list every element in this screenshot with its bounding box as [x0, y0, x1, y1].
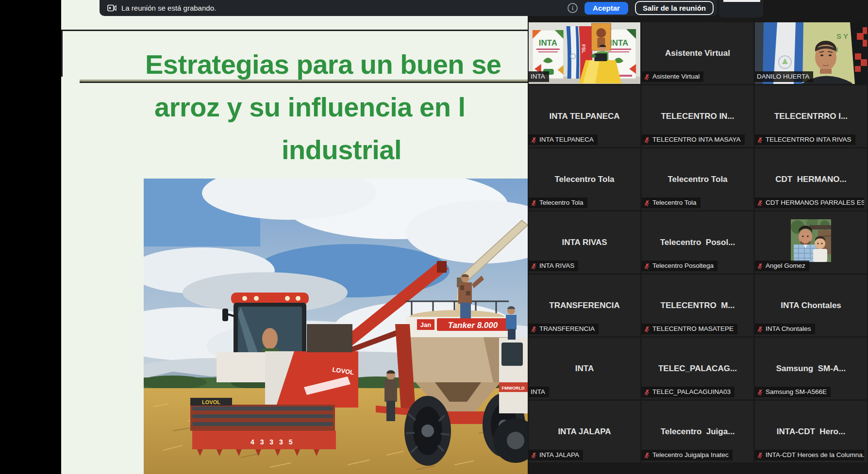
- mic-muted-icon: [757, 452, 763, 458]
- avatar-angel-gomez: [791, 219, 831, 262]
- participant-label-text: INTA TELPANECA: [539, 134, 594, 145]
- participant-label: TELECENTRRO INTA RIVAS: [755, 134, 855, 145]
- participant-tile[interactable]: Samsung SM-A... Samsung SM-A566E: [755, 338, 867, 399]
- svg-text:S Y: S Y: [836, 32, 848, 40]
- mic-muted-icon: [757, 200, 763, 206]
- participant-tile[interactable]: INTA INTA: [529, 338, 640, 399]
- slide-top-border: [61, 30, 528, 31]
- participant-tile[interactable]: CDT HERMANO... CDT HERMANOS PARRALES EST…: [755, 148, 867, 210]
- participant-label: Telecentro Tola: [529, 197, 587, 208]
- cart-brand-text: Tanker 8.000: [448, 321, 498, 330]
- participant-tile[interactable]: Telecentro Juiga... Telecentro Juigalpa …: [642, 401, 753, 462]
- participant-tile[interactable]: INTA-CDT Hero... INTA-CDT Heroes de la C…: [755, 401, 867, 462]
- participant-label-text: INTA: [531, 71, 545, 82]
- participant-label-text: INTA Chontales: [766, 324, 811, 334]
- participant-tile[interactable]: INTA Chontales INTA Chontales: [755, 275, 867, 336]
- participant-label: INTA TELPANECA: [529, 134, 598, 145]
- slide-title-line2: arroz y su influencia en l: [154, 91, 466, 123]
- participant-tile[interactable]: Telecentro Posol... Telecentro Posoltega: [642, 212, 753, 273]
- participant-label: INTA-CDT Heroes de la Columna...: [755, 450, 864, 460]
- participant-tile[interactable]: INTA RIVAS INTA RIVAS: [529, 212, 640, 273]
- participant-label: Telecentro Juigalpa Inatec: [642, 450, 733, 460]
- mic-muted-icon: [757, 263, 763, 269]
- participant-tile[interactable]: TELEC_PALACAG... TELEC_PALACAGUINA03: [642, 338, 753, 399]
- participant-label: Asistente Virtual: [642, 71, 703, 82]
- mic-muted-icon: [644, 326, 650, 332]
- participant-tile[interactable]: Angel Gomez: [755, 212, 867, 273]
- participant-tile[interactable]: TELECENTRRO I... TELECENTRRO INTA RIVAS: [755, 85, 867, 147]
- participant-label-text: DANILO HUERTA: [757, 71, 809, 82]
- participant-label-text: TELEC_PALACAGUINA03: [652, 387, 731, 397]
- mic-muted-icon: [644, 389, 650, 395]
- participant-label: INTA: [529, 387, 549, 397]
- participant-label: TELEC_PALACAGUINA03: [642, 387, 734, 397]
- recording-indicator-icon: [107, 4, 117, 12]
- participant-label-text: INTA RIVAS: [539, 261, 574, 271]
- mic-muted-icon: [644, 452, 650, 458]
- participant-label: Telecentro Tola: [642, 197, 701, 208]
- participant-label: TELECENTRO INTA MASAYA: [642, 134, 745, 145]
- participant-label-text: TRANSFERENCIA: [539, 324, 595, 334]
- header-brand-text: LOVOL: [202, 399, 220, 405]
- participant-label-text: Samsung SM-A566E: [766, 387, 827, 397]
- participant-label-text: TELECENTRRO INTA RIVAS: [766, 134, 851, 145]
- mic-muted-icon: [757, 389, 763, 395]
- slide-left-border: [61, 30, 63, 77]
- mic-muted-icon: [531, 326, 537, 332]
- participant-label-text: INTA: [531, 387, 545, 397]
- participant-label: TELECENTRO MASATEPE: [642, 324, 737, 334]
- participant-label: TRANSFERENCIA: [529, 324, 599, 334]
- participant-tile[interactable]: TELECENTRO M... TELECENTRO MASATEPE: [642, 275, 753, 336]
- participant-tile[interactable]: TELECENTRO IN... TELECENTRO INTA MASAYA: [642, 85, 753, 147]
- accept-button[interactable]: Aceptar: [584, 2, 628, 15]
- participant-label-text: Angel Gomez: [766, 261, 805, 271]
- participant-label-text: Telecentro Juigalpa Inatec: [652, 450, 729, 460]
- participant-label: INTA: [529, 71, 549, 82]
- participant-label-text: Asistente Virtual: [652, 71, 700, 82]
- participant-tile[interactable]: S Y DU: [755, 22, 867, 84]
- mic-muted-icon: [531, 200, 537, 206]
- svg-text:INTA: INTA: [610, 38, 628, 48]
- mic-muted-icon: [644, 200, 650, 206]
- slide-title-line1: Estrategias para un buen se: [145, 49, 501, 80]
- mic-muted-icon: [644, 137, 650, 143]
- participant-label-text: INTA JALAPA: [539, 450, 579, 460]
- participant-label: INTA RIVAS: [529, 261, 578, 271]
- leave-meeting-button[interactable]: Salir de la reunión: [635, 1, 714, 15]
- info-icon[interactable]: i: [568, 3, 578, 13]
- participant-label: Samsung SM-A566E: [755, 387, 831, 397]
- participant-label-text: Telecentro Tola: [539, 197, 584, 208]
- participant-label: CDT HERMANOS PARRALES EST...: [755, 197, 864, 208]
- rice-harvest-photo-art: Jan Tanker 8.000: [144, 179, 528, 474]
- cart-maker-text: Jan: [420, 321, 431, 328]
- participant-tile[interactable]: Telecentro Tola Telecentro Tola: [529, 148, 640, 210]
- participant-tile[interactable]: INTA INTA FSL: [529, 22, 640, 84]
- participant-label-text: TELECENTRO MASATEPE: [652, 324, 734, 334]
- shared-screen-slide: Estrategias para un buen se arroz y su i…: [61, 0, 528, 474]
- mic-muted-icon: [757, 326, 763, 332]
- right-machine-brand-text: FMWORLD: [502, 386, 525, 391]
- slide-title-underline: [80, 80, 528, 83]
- svg-text:FSL: FSL: [581, 44, 587, 53]
- participant-tile[interactable]: Asistente Virtual Asistente Virtual: [642, 22, 753, 84]
- zoom-meeting-window: Estrategias para un buen se arroz y su i…: [0, 0, 868, 474]
- participant-tile[interactable]: INTA JALAPA INTA JALAPA: [529, 401, 640, 462]
- participant-label-text: CDT HERMANOS PARRALES EST...: [766, 197, 864, 208]
- participant-label: INTA Chontales: [755, 324, 815, 334]
- recording-notification-bar: La reunión se está grabando. i Aceptar S…: [100, 0, 718, 16]
- svg-text:INTA: INTA: [539, 38, 557, 48]
- rice-harvest-photo: Jan Tanker 8.000: [144, 179, 528, 474]
- window-edge-sliver: [723, 0, 760, 2]
- mic-muted-icon: [531, 137, 537, 143]
- notification-bar-extension: [719, 0, 763, 17]
- participants-gallery: INTA INTA FSL: [528, 0, 868, 474]
- participant-tile[interactable]: INTA TELPANECA INTA TELPANECA: [529, 85, 640, 147]
- recording-message: La reunión se está grabando.: [121, 4, 216, 12]
- participant-label: INTA JALAPA: [529, 450, 583, 460]
- slide-title-line3: industrial: [282, 134, 401, 165]
- mic-muted-icon: [757, 137, 763, 143]
- mic-muted-icon: [644, 263, 650, 269]
- mic-muted-icon: [531, 263, 537, 269]
- participant-tile[interactable]: Telecentro Tola Telecentro Tola: [642, 148, 753, 210]
- participant-tile[interactable]: TRANSFERENCIA TRANSFERENCIA: [529, 275, 640, 336]
